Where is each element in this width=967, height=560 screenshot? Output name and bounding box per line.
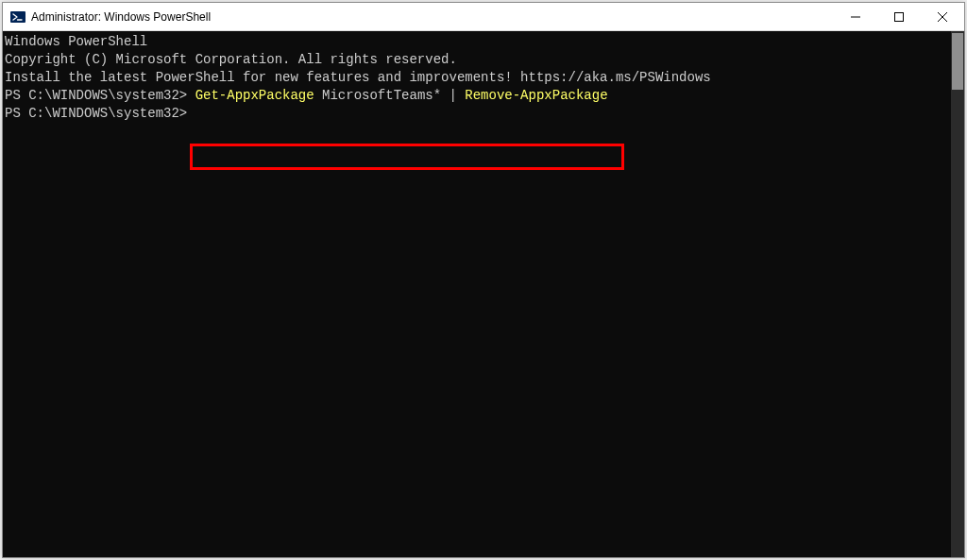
minimize-button[interactable] — [834, 3, 877, 31]
close-button[interactable] — [921, 3, 964, 31]
output-line: Copyright (C) Microsoft Corporation. All… — [5, 51, 951, 69]
svg-rect-0 — [10, 11, 25, 23]
scrollbar-thumb[interactable] — [952, 33, 963, 90]
titlebar[interactable]: Administrator: Windows PowerShell — [3, 3, 964, 31]
command-cmdlet: Get-AppxPackage — [195, 88, 322, 103]
output-line: Install the latest PowerShell for new fe… — [5, 69, 951, 87]
terminal-area: Windows PowerShellCopyright (C) Microsof… — [3, 31, 964, 557]
svg-rect-3 — [895, 12, 904, 21]
command-cmdlet: Remove-AppxPackage — [465, 88, 607, 103]
powershell-window: Administrator: Windows PowerShell Window… — [2, 2, 965, 558]
prompt-line: PS C:\WINDOWS\system32> Get-AppxPackage … — [5, 87, 951, 105]
maximize-button[interactable] — [877, 3, 921, 31]
prompt-line: PS C:\WINDOWS\system32> — [5, 105, 951, 123]
vertical-scrollbar[interactable] — [951, 31, 964, 557]
window-title: Administrator: Windows PowerShell — [31, 10, 211, 24]
command-pipe: | — [441, 88, 465, 103]
command-argument: MicrosoftTeams* — [322, 88, 441, 103]
output-line: Windows PowerShell — [5, 33, 951, 51]
prompt-text: PS C:\WINDOWS\system32> — [5, 88, 195, 103]
terminal-output[interactable]: Windows PowerShellCopyright (C) Microsof… — [3, 31, 951, 557]
powershell-icon — [10, 9, 25, 25]
